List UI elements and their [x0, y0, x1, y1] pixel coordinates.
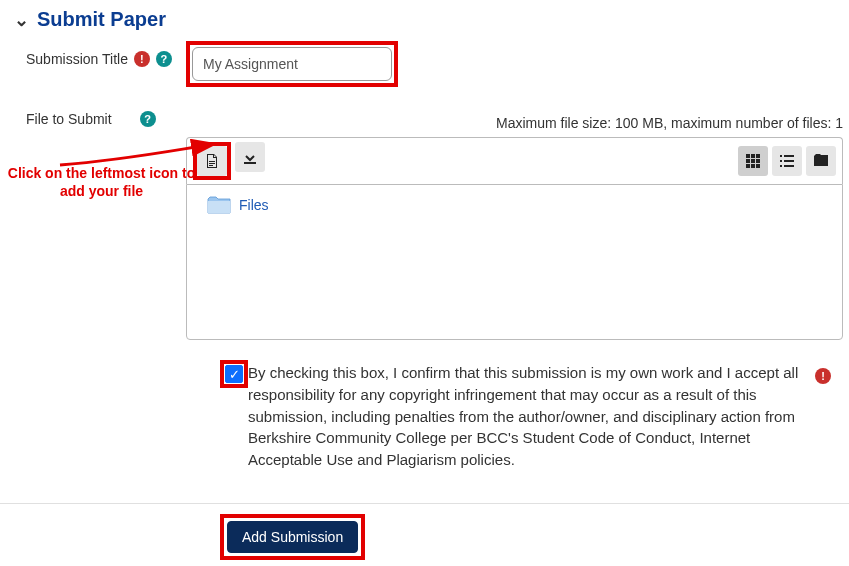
annotation-highlight-submit: Add Submission: [220, 514, 365, 560]
required-icon: !: [815, 368, 831, 384]
label-submission-title: Submission Title ! ?: [26, 41, 186, 67]
folder-label: Files: [239, 197, 269, 213]
tree-view-icon: [813, 153, 829, 169]
file-toolbar: [186, 137, 843, 184]
submission-title-input[interactable]: [192, 47, 392, 81]
tree-view-button[interactable]: [806, 146, 836, 176]
help-icon[interactable]: ?: [156, 51, 172, 67]
grid-view-icon: [745, 153, 761, 169]
control-submission-title: [186, 41, 849, 87]
row-agreement: ✓ By checking this box, I confirm that t…: [0, 342, 849, 481]
file-dropzone[interactable]: Files: [186, 184, 843, 340]
section-header[interactable]: ⌄ Submit Paper: [0, 0, 849, 39]
file-picker: Files: [186, 137, 843, 340]
row-submit: Add Submission: [0, 504, 849, 566]
list-view-icon: [779, 153, 795, 169]
download-button[interactable]: [235, 142, 265, 172]
folder-row[interactable]: Files: [197, 195, 832, 215]
agreement-text: By checking this box, I confirm that thi…: [248, 362, 843, 471]
download-icon: [242, 149, 258, 165]
chevron-down-icon: ⌄: [14, 9, 29, 31]
file-constraints-text: Maximum file size: 100 MB, maximum numbe…: [496, 115, 843, 131]
row-submission-title: Submission Title ! ?: [0, 39, 849, 89]
agreement-checkbox[interactable]: ✓: [225, 365, 243, 383]
grid-view-button[interactable]: [738, 146, 768, 176]
section-title: Submit Paper: [37, 8, 166, 31]
annotation-highlight-checkbox: ✓: [220, 360, 248, 388]
control-file: Maximum file size: 100 MB, maximum numbe…: [186, 101, 849, 340]
folder-icon: [207, 195, 231, 215]
annotation-highlight-title: [186, 41, 398, 87]
list-view-button[interactable]: [772, 146, 802, 176]
submission-title-label: Submission Title: [26, 51, 128, 67]
required-icon: !: [134, 51, 150, 67]
add-submission-button[interactable]: Add Submission: [227, 521, 358, 553]
annotation-text: Click on the leftmost icon to add your f…: [4, 165, 199, 200]
